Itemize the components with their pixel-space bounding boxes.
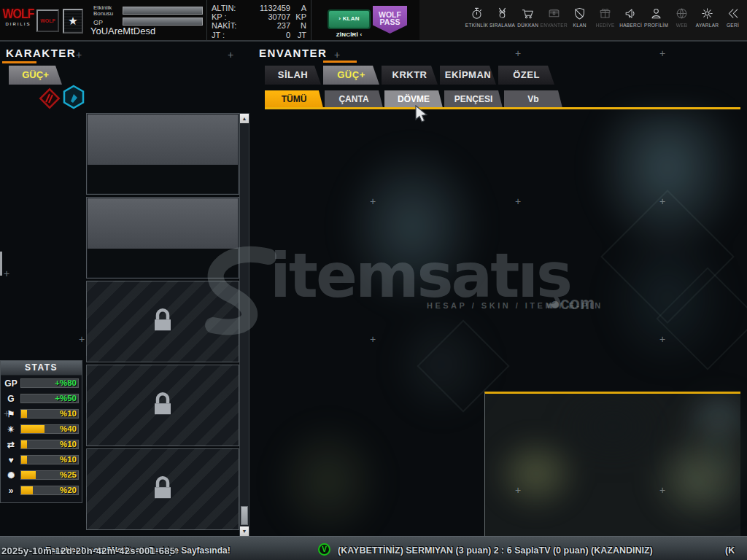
stat-bar: %25 (20, 470, 80, 481)
top-bar: WOLF DIRILIS WOLF ★ Etkinlik Bonusu GP Y… (0, 0, 747, 42)
character-hexagon-icon[interactable] (61, 85, 86, 109)
chevrons-stat-icon: » (2, 486, 20, 496)
scrollbar-thumb[interactable] (241, 506, 248, 525)
menu-item-d-kkan[interactable]: DÜKKAN (515, 4, 541, 39)
stat-row: GP +%80 (1, 376, 82, 391)
stat-value: %40 (18, 424, 77, 434)
currency-unit: KP (290, 12, 306, 21)
currency-unit: N (290, 21, 306, 30)
plus-decor: + (4, 408, 9, 419)
menu-item-profi-li-m[interactable]: PROFİLİM (643, 4, 669, 39)
top-menu: ETKİNLİK SIRALAMA DÜKKAN ENVANTER (464, 4, 746, 39)
lock-icon (152, 391, 174, 417)
scroll-down-button[interactable]: ▼ (240, 526, 249, 536)
karakter-guc-tab[interactable]: GÜÇ+ (9, 66, 62, 85)
menu-item-hedi-ye[interactable]: HEDİYE (592, 4, 618, 39)
klan-zinciri-button[interactable]: › KLAN ZİNCİRİ ‹ (328, 9, 371, 29)
shield-icon (573, 6, 587, 20)
currency-panel: ALTIN: 1132459 A KP : 30707 KP NAKİT: 23… (206, 0, 311, 40)
tab--zel[interactable]: ÖZEL (498, 66, 554, 85)
currency-label: JT : (212, 31, 244, 39)
menu-item-ayarlar[interactable]: AYARLAR (694, 4, 720, 39)
gear-icon (700, 6, 714, 20)
menu-item-web[interactable]: WEB (669, 4, 694, 39)
stat-bar: %10 (20, 454, 80, 465)
menu-item-label: AYARLAR (696, 23, 719, 28)
censored-detail-panel (484, 392, 740, 536)
menu-item-label: GERİ (727, 23, 739, 28)
star-badge[interactable]: ★ (63, 9, 83, 34)
stat-bar: %20 (20, 485, 80, 496)
envanter-title-underline (323, 61, 357, 63)
timestamp-text: 2025y-10m-12d-20h-42m-42s-001-685 (1, 545, 175, 556)
scroll-up-button[interactable]: ▲ (240, 114, 249, 123)
mini-wolf-badge[interactable]: WOLF (36, 9, 59, 32)
subtab-pen-esi[interactable]: PENÇESI (444, 90, 503, 108)
stat-value: %20 (18, 486, 77, 495)
subtab-t-m-[interactable]: TÜMÜ (265, 90, 323, 108)
claw-diamond-icon[interactable] (37, 86, 62, 111)
menu-item-label: PROFİLİM (644, 23, 668, 28)
currency-row: JT : 0 JT (212, 31, 306, 39)
karakter-slot[interactable] (86, 281, 239, 362)
stat-bar: %10 (20, 408, 80, 419)
menu-item-label: ENVANTER (541, 23, 568, 28)
menu-item-label: DÜKKAN (517, 23, 538, 28)
mouse-cursor (414, 105, 429, 125)
menu-item-label: SIRALAMA (489, 23, 515, 28)
karakter-slot[interactable] (86, 197, 239, 279)
wolfpass-line2: PASS (380, 18, 400, 26)
stat-value: +%80 (18, 378, 77, 388)
stat-row: G +%50 (1, 391, 82, 406)
karakter-slot[interactable] (86, 365, 239, 446)
menu-item-siralama[interactable]: SIRALAMA (489, 4, 515, 39)
globe-icon (675, 6, 689, 20)
subtab-vb[interactable]: Vb (504, 90, 562, 108)
gift-icon (598, 6, 612, 20)
tab-g-[interactable]: GÜÇ+ (323, 66, 379, 85)
menu-item-etki-nli-k[interactable]: ETKİNLİK (464, 4, 489, 39)
medal-icon (495, 6, 509, 20)
menu-item-haberci-[interactable]: HABERCİ (618, 4, 643, 39)
match-result-text: (KAYBETTİNİZ) SERMIYAN (3 puan) 2 : 6 Sa… (338, 545, 653, 556)
gp-label: GP (93, 20, 103, 26)
menu-item-label: HEDİYE (596, 23, 615, 28)
karakter-slot[interactable] (86, 113, 239, 195)
karakter-slot-list (86, 113, 239, 537)
currency-unit: A (290, 4, 306, 12)
menu-item-geri-[interactable]: GERİ (720, 4, 746, 39)
stat-value: %10 (18, 409, 77, 419)
stat-row: ♥ %10 (1, 452, 82, 467)
currency-value: 30707 (244, 12, 290, 21)
menu-item-klan[interactable]: KLAN (567, 4, 592, 39)
wolf-pass-button[interactable]: WOLF PASS (373, 6, 407, 34)
wolf-logo-text: WOLF (1, 7, 35, 20)
tab-si-lah[interactable]: SİLAH (265, 66, 321, 85)
menu-item-envanter[interactable]: ENVANTER (541, 4, 567, 39)
tab-eki-pman[interactable]: EKİPMAN (440, 66, 496, 85)
tab-krktr[interactable]: KRKTR (382, 66, 438, 85)
swap-stat-icon: ⇄ (2, 440, 20, 450)
cart-icon (521, 6, 535, 20)
plus-decor: + (4, 268, 9, 279)
plus-decor: + (334, 50, 340, 60)
currency-value: 237 (244, 21, 290, 30)
envanter-subtabs: TÜMÜ ÇANTA DÖVME PENÇESI Vb (265, 90, 562, 108)
plus-decor: + (515, 48, 521, 58)
karakter-scrollbar[interactable]: ▲ ▼ (239, 113, 249, 537)
menu-item-label: WEB (676, 23, 688, 28)
karakter-title: KARAKTER (6, 47, 76, 59)
karakter-slot[interactable] (86, 448, 239, 530)
stat-value: %10 (18, 455, 77, 464)
subtab-d-vme[interactable]: DÖVME (384, 90, 443, 108)
karakter-title-underline (2, 61, 36, 63)
stat-row: ⚑ %10 (1, 406, 82, 421)
megaphone-icon (624, 6, 638, 20)
stat-value: +%50 (18, 394, 77, 403)
plus-decor: + (370, 196, 376, 206)
stat-bar: +%80 (20, 378, 80, 389)
subtab--anta[interactable]: ÇANTA (325, 90, 383, 108)
stats-panel: STATS GP +%80 G +%50 ⚑ (0, 360, 82, 503)
mini-wolf-text: WOLF (40, 18, 55, 23)
subtab-gold-line (265, 107, 740, 109)
